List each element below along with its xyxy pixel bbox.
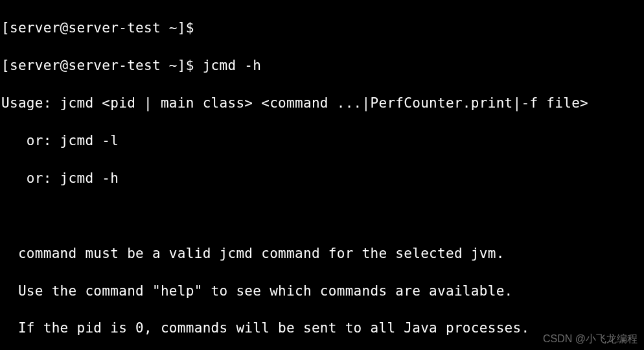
output-usage: Usage: jcmd <pid | main class> <command …	[1, 94, 644, 113]
output-usage-or1: or: jcmd -l	[1, 132, 644, 150]
watermark-text: CSDN @小飞龙编程	[543, 332, 638, 346]
output-blank	[1, 207, 644, 226]
typed-command: jcmd -h	[203, 58, 262, 73]
output-desc1: command must be a valid jcmd command for…	[1, 244, 644, 263]
terminal-output[interactable]: [server@server-test ~]$ [server@server-t…	[0, 0, 644, 350]
shell-prompt: [server@server-test ~]$	[1, 58, 203, 73]
prompt-line-cmd: [server@server-test ~]$ jcmd -h	[1, 56, 644, 75]
prompt-line-prev: [server@server-test ~]$	[1, 19, 644, 38]
output-usage-or2: or: jcmd -h	[1, 169, 644, 188]
output-desc2: Use the command "help" to see which comm…	[1, 282, 644, 301]
